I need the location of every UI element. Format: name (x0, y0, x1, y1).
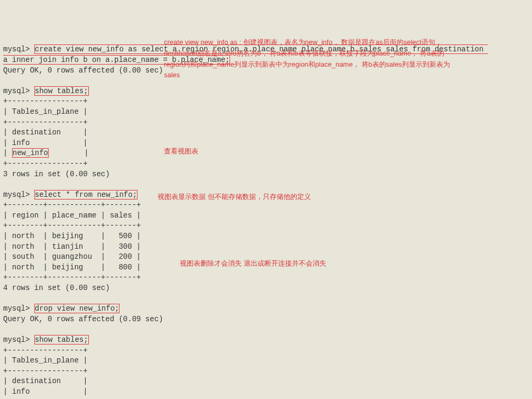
annotation-view-data: 视图表显示数据 但不能存储数据，只存储他的定义 (158, 192, 311, 203)
annotation-drop-view: 视图表删除才会消失 退出或断开连接并不会消失 (180, 258, 326, 269)
prompt-mysql: mysql> (3, 304, 34, 313)
result-create-view: Query OK, 0 rows affected (0.00 sec) (3, 66, 163, 75)
annotation-create-view: create view new_info as : 创建视图表，表名为new_i… (164, 37, 460, 81)
result-drop-view: Query OK, 0 rows affected (0.09 sec) (3, 315, 163, 323)
highlight-new-info-row: new_info (12, 148, 49, 158)
command-drop-view: drop view new_info; (34, 304, 120, 313)
output-show-tables-2: +-----------------+ | Tables_in_plane | … (3, 346, 110, 399)
command-show-tables-1: show tables; (34, 86, 89, 96)
prompt-mysql: mysql> (3, 45, 34, 53)
prompt-mysql: mysql> (3, 87, 34, 95)
prompt-mysql: mysql> (3, 191, 34, 199)
prompt-mysql: mysql> (3, 335, 34, 344)
command-show-tables-2: show tables; (34, 335, 89, 344)
annotation-view-table: 查看视图表 (164, 146, 198, 157)
command-select-new-info: select * from new_info; (34, 190, 137, 200)
output-select-new-info: +--------+------------+-------+ | region… (3, 201, 141, 292)
